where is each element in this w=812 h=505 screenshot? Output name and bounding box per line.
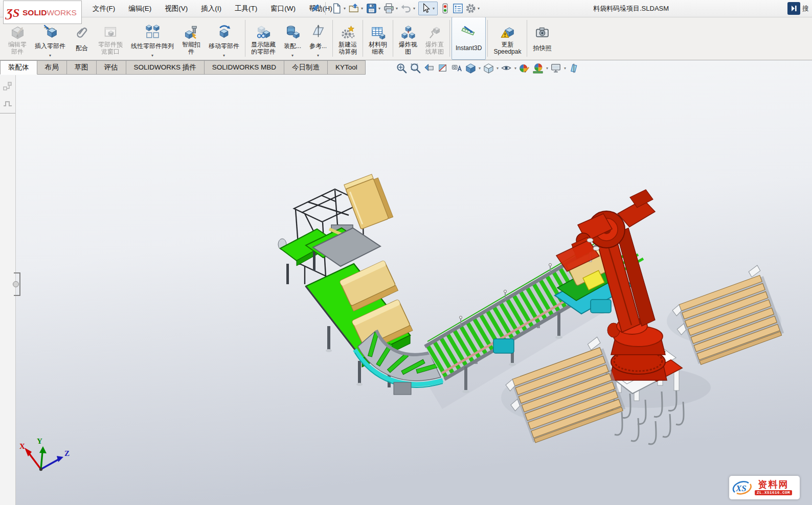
dropdown-arrow[interactable]: ▾ xyxy=(291,53,294,59)
ribbon-button-component-preview-window: 零部件预览窗口 xyxy=(94,17,127,60)
assembly-features-icon xyxy=(285,24,300,39)
ribbon-button-new-motion-study[interactable]: 新建运动算例 xyxy=(334,17,361,60)
tab-solidworks-mbd[interactable]: SOLIDWORKS MBD xyxy=(205,60,284,75)
new-motion-study-icon xyxy=(341,24,355,41)
linear-component-pattern-icon xyxy=(145,24,160,39)
tab-sketch[interactable]: 草图 xyxy=(67,60,97,75)
view-settings-icon[interactable] xyxy=(549,62,563,75)
dropdown-arrow[interactable]: ▾ xyxy=(223,53,225,59)
menu-insert[interactable]: 插入(I) xyxy=(194,0,228,17)
tab-layout[interactable]: 布局 xyxy=(37,60,67,75)
dropdown-arrow[interactable]: ▾ xyxy=(317,53,319,59)
select-cursor-icon xyxy=(419,2,432,15)
mate-icon xyxy=(75,24,89,41)
instant3d-icon xyxy=(461,24,476,41)
ribbon-button-show-hidden-components[interactable]: 显示隐藏的零部件 xyxy=(247,17,280,60)
ribbon-button-move-component[interactable]: 移动零部件 ▾ xyxy=(205,17,243,60)
dropdown-arrow[interactable]: ▾ xyxy=(378,6,380,11)
feature-panel-expand-handle[interactable] xyxy=(14,272,20,296)
dropdown-arrow[interactable]: ▾ xyxy=(396,6,398,11)
show-hidden-components-icon xyxy=(256,24,271,41)
menu-view[interactable]: 视图(V) xyxy=(158,0,194,17)
viewport-background[interactable] xyxy=(0,60,812,505)
solidworks-logo: ƷS SOLIDWORKS xyxy=(3,1,82,24)
assembly-tree-icon[interactable] xyxy=(3,81,13,91)
svg-text:ƷS: ƷS xyxy=(5,6,19,19)
dropdown-arrow[interactable]: ▾ xyxy=(479,66,481,71)
ribbon-button-linear-component-pattern[interactable]: 线性零部件阵列 ▾ xyxy=(127,17,178,60)
edit-appearance-icon[interactable] xyxy=(517,62,531,75)
tab-solidworks-addins[interactable]: SOLIDWORKS 插件 xyxy=(126,60,205,75)
tab-evaluate[interactable]: 评估 xyxy=(97,60,126,75)
apply-scene-icon[interactable] xyxy=(531,62,545,75)
dropdown-arrow[interactable]: ▾ xyxy=(546,66,548,71)
print-button[interactable] xyxy=(382,2,395,15)
viewport-3d[interactable]: X Y Z xyxy=(0,60,812,505)
dropdown-arrow: ▾ xyxy=(413,6,415,11)
ribbon-button-smart-fasteners[interactable]: 智能扣件 xyxy=(178,17,205,60)
display-style-icon[interactable] xyxy=(482,62,495,75)
pin-menu-icon[interactable] xyxy=(310,3,321,14)
component-preview-window-icon xyxy=(103,24,118,41)
ribbon-button-update-speedpak[interactable]: 更新Speedpak xyxy=(489,17,525,60)
xs-logo: XS xyxy=(732,478,753,497)
splitter-knob[interactable] xyxy=(13,281,19,287)
zoom-to-area-icon[interactable] xyxy=(409,62,422,75)
select-tool[interactable]: ▾ xyxy=(418,2,438,15)
rebuild-indicator-icon[interactable] xyxy=(439,2,452,15)
ribbon-button-instant3d[interactable]: Instant3D xyxy=(452,17,486,60)
dropdown-arrow[interactable]: ▾ xyxy=(497,66,499,71)
explode-line-sketch-icon xyxy=(427,24,442,41)
step-profile-icon[interactable] xyxy=(3,98,13,108)
solidworks-window: 文件(F) 编辑(E) 视图(V) 插入(I) 工具(T) 窗口(W) 帮助(H… xyxy=(0,0,812,505)
exploded-view-icon xyxy=(401,24,416,41)
smart-fasteners-icon xyxy=(184,24,199,41)
dropdown-arrow[interactable]: ▾ xyxy=(361,6,363,11)
save-button[interactable] xyxy=(365,2,378,15)
ribbon-button-exploded-view[interactable]: 爆炸视图 xyxy=(395,17,421,60)
search-icon[interactable] xyxy=(787,2,800,15)
strip-divider xyxy=(0,113,15,113)
dropdown-arrow[interactable]: ▾ xyxy=(433,6,435,11)
watermark-site-name: 资料网 xyxy=(758,480,789,490)
dropdown-arrow[interactable]: ▾ xyxy=(564,66,566,71)
view-orientation-icon[interactable] xyxy=(464,62,478,75)
dropdown-arrow[interactable]: ▾ xyxy=(151,53,153,59)
heads-up-view-toolbar: ▾ ▾ ▾ ▾ ▾ xyxy=(395,62,581,75)
dropdown-arrow[interactable]: ▾ xyxy=(514,66,516,71)
section-view-icon[interactable] xyxy=(436,62,450,75)
menu-tools[interactable]: 工具(T) xyxy=(228,0,264,17)
tab-assembly[interactable]: 装配体 xyxy=(0,60,37,75)
menu-window[interactable]: 窗口(W) xyxy=(264,0,302,17)
menu-edit[interactable]: 编辑(E) xyxy=(122,0,158,17)
ribbon-button-bill-of-materials[interactable]: 材料明细表 xyxy=(365,17,391,60)
ribbon-button-explode-line-sketch: 爆炸直线草图 xyxy=(421,17,448,60)
dropdown-arrow[interactable]: ▾ xyxy=(344,6,346,11)
tab-today-manufacturing[interactable]: 今日制造 xyxy=(284,60,328,75)
dropdown-arrow[interactable]: ▾ xyxy=(49,53,51,59)
svg-text:X: X xyxy=(19,442,25,450)
menu-file[interactable]: 文件(F) xyxy=(86,0,122,17)
ribbon-button-take-snapshot[interactable]: 拍快照 xyxy=(529,17,555,60)
graphics-workspace[interactable]: X Y Z 装配体 布局 草图 评估 SOLIDWORKS 插件 SOLIDWO… xyxy=(0,60,812,505)
reference-geometry-icon xyxy=(311,24,326,39)
open-document-button[interactable] xyxy=(348,2,360,15)
command-manager-tabs: 装配体 布局 草图 评估 SOLIDWORKS 插件 SOLIDWORKS MB… xyxy=(0,60,366,75)
tab-kytool[interactable]: KYTool xyxy=(328,60,366,75)
svg-text:SOLIDWORKS: SOLIDWORKS xyxy=(22,8,77,17)
ribbon-button-assembly-features[interactable]: 装配... ▾ xyxy=(280,17,305,60)
previous-view-icon[interactable] xyxy=(422,62,436,75)
insert-component-icon xyxy=(43,24,58,39)
ribbon-button-reference-geometry[interactable]: 参考... ▾ xyxy=(305,17,331,60)
view-plane-icon[interactable] xyxy=(567,62,581,75)
new-document-button[interactable] xyxy=(330,2,343,15)
watermark-domain: ZL.XS1616.COM xyxy=(755,490,792,495)
task-pane-options-button[interactable] xyxy=(452,2,464,15)
zoom-to-fit-icon[interactable] xyxy=(395,62,409,75)
dropdown-arrow[interactable]: ▾ xyxy=(478,6,480,11)
menu-bar: 文件(F) 编辑(E) 视图(V) 插入(I) 工具(T) 窗口(W) 帮助(H… xyxy=(0,0,812,17)
dynamic-annotation-views-icon[interactable] xyxy=(450,62,464,75)
settings-gear-button[interactable] xyxy=(464,2,477,15)
search-box[interactable]: 搜 xyxy=(787,2,812,15)
hide-show-items-icon[interactable] xyxy=(500,62,513,75)
